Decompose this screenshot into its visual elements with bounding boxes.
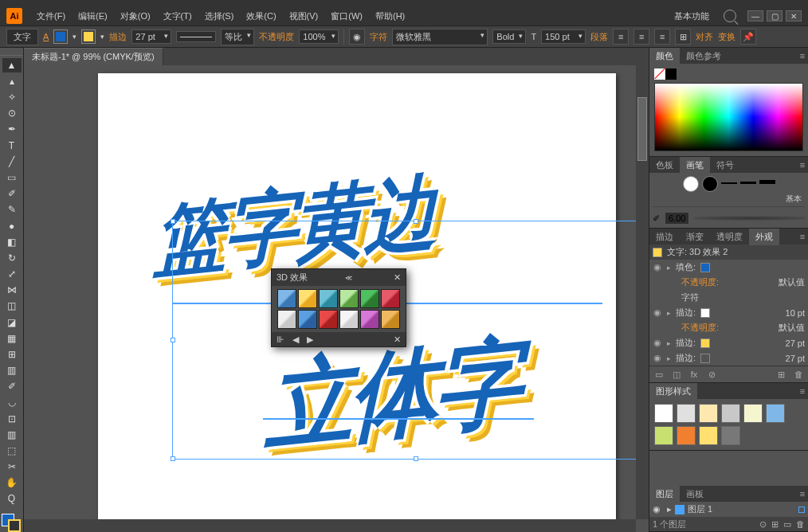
- black-color[interactable]: [665, 68, 677, 80]
- brush-swatch[interactable]: [740, 176, 756, 184]
- tab-brushes[interactable]: 画笔: [680, 157, 710, 174]
- menu-help[interactable]: 帮助(H): [369, 8, 411, 25]
- selection-tool[interactable]: ▲: [2, 58, 22, 72]
- paragraph-link[interactable]: 段落: [590, 31, 608, 43]
- new-sublayer-icon[interactable]: ⊞: [771, 519, 779, 530]
- font-size-dropdown[interactable]: 150 pt: [541, 29, 586, 44]
- paintbrush-tool[interactable]: ✐: [2, 186, 22, 201]
- 3d-style-swatch[interactable]: [319, 310, 338, 329]
- underline-icon[interactable]: A: [43, 32, 49, 41]
- width-tool[interactable]: ⋈: [2, 283, 22, 297]
- document-tab[interactable]: 未标题-1* @ 99% (CMYK/预览): [24, 48, 163, 65]
- graphic-style-swatch[interactable]: [721, 404, 740, 423]
- perspective-tool[interactable]: ▦: [2, 331, 22, 346]
- font-weight-dropdown[interactable]: Bold: [492, 29, 526, 44]
- fill-swatch[interactable]: [53, 29, 68, 44]
- menu-type[interactable]: 文字(T): [157, 8, 198, 25]
- profile-dropdown[interactable]: 等比: [221, 29, 254, 45]
- stroke-link[interactable]: 描边: [109, 31, 127, 43]
- panel-menu-icon[interactable]: ≡: [797, 386, 808, 396]
- appearance-row-opacity[interactable]: 不透明度: 默认值: [649, 275, 808, 290]
- visibility-icon[interactable]: ◉: [653, 353, 662, 363]
- menu-file[interactable]: 文件(F): [30, 8, 72, 25]
- tab-appearance[interactable]: 外观: [749, 229, 779, 245]
- graphic-style-swatch[interactable]: [743, 404, 763, 423]
- graphic-style-swatch[interactable]: [677, 404, 696, 423]
- align-center-icon[interactable]: ≡: [633, 29, 649, 45]
- library-icon[interactable]: ⊪: [277, 334, 284, 345]
- brush-size-input[interactable]: 6.00: [665, 212, 689, 225]
- symbol-sprayer-tool[interactable]: ⊡: [2, 412, 22, 426]
- workspace-switcher[interactable]: 基本功能: [666, 8, 717, 25]
- locate-icon[interactable]: ⊙: [759, 519, 767, 530]
- panel-menu-icon[interactable]: ≡: [797, 160, 808, 170]
- 3d-style-swatch[interactable]: [298, 289, 317, 308]
- blob-brush-tool[interactable]: ●: [2, 218, 22, 233]
- minimize-button[interactable]: —: [747, 10, 763, 22]
- rotate-tool[interactable]: ↻: [2, 251, 22, 265]
- stroke-profile[interactable]: [176, 31, 216, 42]
- stroke-swatch[interactable]: [81, 29, 96, 44]
- free-transform-tool[interactable]: ◫: [2, 299, 22, 313]
- panel-menu-icon[interactable]: ≡: [797, 51, 808, 61]
- maximize-button[interactable]: ▢: [767, 10, 783, 22]
- zoom-tool[interactable]: Q: [2, 491, 22, 506]
- 3d-style-swatch[interactable]: [277, 310, 296, 329]
- menu-window[interactable]: 窗口(W): [324, 8, 369, 25]
- panel-menu-icon[interactable]: ≡: [797, 489, 808, 499]
- appearance-row-stroke1[interactable]: ◉▸ 描边: 10 pt: [649, 305, 808, 320]
- 3d-style-swatch[interactable]: [381, 310, 400, 329]
- mesh-tool[interactable]: ⊞: [2, 347, 22, 362]
- tab-color[interactable]: 颜色: [649, 48, 680, 65]
- appearance-row-stroke2[interactable]: ◉▸ 描边: 27 pt: [649, 335, 808, 350]
- rectangle-tool[interactable]: ▭: [2, 170, 22, 185]
- menu-effect[interactable]: 效果(C): [240, 8, 282, 25]
- layer-row[interactable]: ◉ ▸ 图层 1: [649, 502, 808, 517]
- tab-symbols[interactable]: 符号: [710, 157, 740, 174]
- horizontal-scrollbar[interactable]: [24, 519, 636, 532]
- lasso-tool[interactable]: ⊙: [2, 106, 22, 120]
- visibility-icon[interactable]: ◉: [653, 338, 662, 348]
- 3d-style-swatch[interactable]: [360, 310, 379, 329]
- tab-layers[interactable]: 图层: [649, 486, 680, 503]
- menu-edit[interactable]: 编辑(E): [72, 8, 114, 25]
- visibility-icon[interactable]: ◉: [653, 504, 664, 514]
- new-stroke-icon[interactable]: ◫: [670, 369, 683, 380]
- type-tool[interactable]: T: [2, 139, 22, 153]
- recolor-icon[interactable]: ◉: [349, 29, 365, 45]
- graphic-style-swatch[interactable]: [721, 426, 740, 445]
- slice-tool[interactable]: ✂: [2, 460, 22, 474]
- brush-swatch[interactable]: [721, 176, 737, 184]
- hand-tool[interactable]: ✋: [2, 475, 22, 490]
- menu-view[interactable]: 视图(V): [283, 8, 325, 25]
- opacity-link[interactable]: 不透明度: [259, 31, 294, 43]
- appearance-row-opacity2[interactable]: 不透明度: 默认值: [649, 320, 808, 335]
- new-fill-icon[interactable]: ▭: [653, 369, 665, 380]
- vertical-scrollbar[interactable]: [636, 65, 649, 519]
- brush-swatch[interactable]: [759, 176, 775, 184]
- 3d-style-swatch[interactable]: [298, 310, 317, 329]
- 3d-style-swatch[interactable]: [381, 289, 400, 308]
- pen-tool[interactable]: ✒: [2, 122, 22, 136]
- selection-bounds[interactable]: [172, 221, 649, 460]
- tab-graphic-styles[interactable]: 图形样式: [649, 383, 697, 400]
- blend-tool[interactable]: ◡: [2, 395, 22, 409]
- eyedropper-tool[interactable]: ✐: [2, 379, 22, 393]
- fill-color-swatch[interactable]: [700, 263, 710, 272]
- stroke-color-swatch[interactable]: [700, 354, 710, 363]
- opacity-dropdown[interactable]: 100%: [299, 29, 339, 44]
- align-link[interactable]: 对齐: [696, 31, 713, 43]
- graphic-style-swatch[interactable]: [699, 426, 718, 445]
- grid-icon[interactable]: ⊞: [675, 29, 691, 45]
- scale-tool[interactable]: ⤢: [2, 267, 22, 281]
- pin-icon[interactable]: 📌: [740, 29, 756, 45]
- eraser-tool[interactable]: ◧: [2, 235, 22, 249]
- close-icon[interactable]: ✕: [394, 272, 401, 283]
- 3d-style-swatch[interactable]: [360, 289, 379, 308]
- clear-icon[interactable]: ⊘: [705, 369, 718, 380]
- duplicate-icon[interactable]: ⊞: [775, 369, 787, 380]
- floating-panel-title[interactable]: 3D 效果 ≪ ✕: [272, 269, 406, 286]
- graph-tool[interactable]: ▥: [2, 428, 22, 442]
- transform-link[interactable]: 变换: [718, 31, 735, 43]
- align-right-icon[interactable]: ≡: [654, 29, 670, 45]
